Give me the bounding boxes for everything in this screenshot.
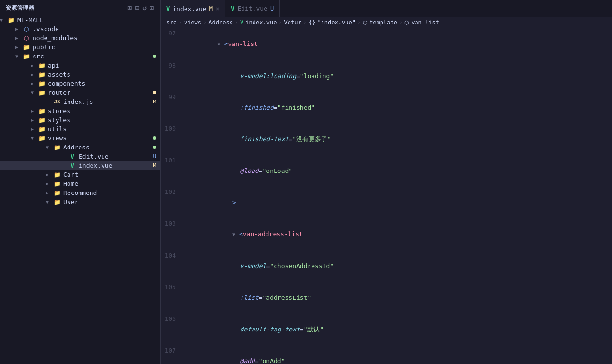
sidebar-item-vscode[interactable]: ▶ ⬡ .vscode bbox=[0, 24, 160, 34]
sidebar-item-home[interactable]: ▶ 📁 Home bbox=[0, 179, 160, 188]
sidebar-item-cart[interactable]: ▶ 📁 Cart bbox=[0, 170, 160, 179]
tab-index-vue[interactable]: V index.vue M ✕ bbox=[161, 0, 225, 17]
code-line-101: 101 @load="onLoad" bbox=[161, 155, 612, 187]
sidebar-item-src[interactable]: ▼ 📁 src bbox=[0, 52, 160, 61]
editor-area: V index.vue M ✕ V Edit.vue U src › views… bbox=[161, 0, 612, 364]
fold-icon-103[interactable]: ▼ bbox=[232, 232, 238, 237]
breadcrumb-views[interactable]: views bbox=[184, 19, 201, 26]
breadcrumb-index-vue-str: "index.vue" bbox=[317, 19, 355, 26]
tab-edit-vue-label: Edit.vue bbox=[237, 5, 267, 12]
fold-icon-97[interactable]: ▼ bbox=[218, 42, 223, 47]
tab-edit-vue-icon: V bbox=[231, 5, 234, 12]
code-line-103: 103 ▼ <van-address-list bbox=[161, 218, 612, 250]
code-line-99: 99 :finished="finished" bbox=[161, 92, 612, 124]
sidebar-tree: ▼ 📁 ML-MALL ▶ ⬡ .vscode ▶ ⬡ node_modules… bbox=[0, 15, 160, 364]
breadcrumb-vetur[interactable]: Vetur bbox=[284, 19, 301, 26]
code-line-105: 105 :list="addressList" bbox=[161, 282, 612, 314]
sidebar-item-ml-mall[interactable]: ▼ 📁 ML-MALL bbox=[0, 15, 160, 24]
sidebar-item-public[interactable]: ▶ 📁 public bbox=[0, 43, 160, 52]
breadcrumb-vanlist-icon: ⬡ bbox=[404, 20, 409, 26]
breadcrumb-index-vue[interactable]: index.vue bbox=[245, 19, 277, 26]
src-dot bbox=[153, 55, 156, 58]
code-line-104: 104 v-model="chosenAddressId" bbox=[161, 250, 612, 282]
new-folder-icon[interactable]: ⊟ bbox=[135, 4, 139, 11]
tab-index-vue-badge: M bbox=[209, 5, 213, 12]
sidebar-title: 资源管理器 bbox=[6, 4, 34, 11]
tab-index-vue-close[interactable]: ✕ bbox=[216, 5, 219, 12]
code-line-107: 107 @add="onAdd" bbox=[161, 345, 612, 364]
code-line-100: 100 finished-text="没有更多了" bbox=[161, 124, 612, 155]
address-dot bbox=[153, 146, 156, 149]
sidebar-item-components[interactable]: ▶ 📁 components bbox=[0, 79, 160, 88]
sidebar-header: 资源管理器 ⊞ ⊟ ↺ ⊡ bbox=[0, 0, 160, 15]
breadcrumb-van-list[interactable]: van-list bbox=[411, 19, 439, 26]
breadcrumb-template-icon: ⬡ bbox=[363, 20, 368, 26]
views-dot bbox=[153, 136, 156, 140]
breadcrumb-address[interactable]: Address bbox=[208, 19, 233, 26]
tab-bar: V index.vue M ✕ V Edit.vue U bbox=[161, 0, 612, 17]
sidebar-item-assets[interactable]: ▶ 📁 assets bbox=[0, 70, 160, 79]
sidebar: 资源管理器 ⊞ ⊟ ↺ ⊡ ▼ 📁 ML-MALL ▶ ⬡ .vscode ▶ … bbox=[0, 0, 161, 364]
sidebar-item-api[interactable]: ▶ 📁 api bbox=[0, 61, 160, 70]
tab-index-vue-icon: V bbox=[166, 5, 170, 12]
sidebar-item-index-vue[interactable]: V index.vue M bbox=[0, 161, 160, 170]
collapse-icon[interactable]: ⊡ bbox=[150, 4, 154, 11]
sidebar-item-styles[interactable]: ▶ 📁 styles bbox=[0, 115, 160, 125]
code-line-98: 98 v-model:loading="loading" bbox=[161, 60, 612, 92]
router-dot bbox=[153, 91, 156, 94]
breadcrumb-template[interactable]: template bbox=[370, 19, 397, 26]
sidebar-item-user[interactable]: ▼ 📁 User bbox=[0, 197, 160, 206]
tab-edit-vue-badge: U bbox=[270, 5, 274, 12]
sidebar-item-edit-vue[interactable]: V Edit.vue U bbox=[0, 152, 160, 161]
sidebar-header-icons: ⊞ ⊟ ↺ ⊡ bbox=[128, 4, 154, 11]
sidebar-item-utils[interactable]: ▶ 📁 utils bbox=[0, 125, 160, 134]
sidebar-item-views[interactable]: ▼ 📁 views bbox=[0, 134, 160, 143]
code-editor[interactable]: 97 ▼ <van-list 98 v-model:loading="loadi… bbox=[161, 28, 612, 364]
breadcrumb-braces: {} bbox=[309, 19, 315, 26]
sidebar-item-address[interactable]: ▼ 📁 Address bbox=[0, 143, 160, 152]
sidebar-item-router[interactable]: ▼ 📁 router bbox=[0, 88, 160, 97]
sidebar-item-node-modules[interactable]: ▶ ⬡ node_modules bbox=[0, 34, 160, 43]
refresh-icon[interactable]: ↺ bbox=[142, 4, 147, 11]
sidebar-item-stores[interactable]: ▶ 📁 stores bbox=[0, 106, 160, 115]
breadcrumb-vue-icon: V bbox=[240, 19, 243, 26]
sidebar-item-recommend[interactable]: ▶ 📁 Recommend bbox=[0, 188, 160, 197]
new-file-icon[interactable]: ⊞ bbox=[128, 4, 132, 11]
tab-edit-vue[interactable]: V Edit.vue U bbox=[225, 0, 280, 17]
breadcrumb: src › views › Address › V index.vue › Ve… bbox=[161, 17, 612, 28]
code-line-106: 106 default-tag-text="默认" bbox=[161, 314, 612, 345]
tab-index-vue-label: index.vue bbox=[173, 5, 206, 12]
code-line-102: 102 > bbox=[161, 187, 612, 218]
breadcrumb-src[interactable]: src bbox=[166, 19, 177, 26]
code-line-97: 97 ▼ <van-list bbox=[161, 28, 612, 60]
sidebar-item-router-index[interactable]: JS index.js M bbox=[0, 97, 160, 106]
